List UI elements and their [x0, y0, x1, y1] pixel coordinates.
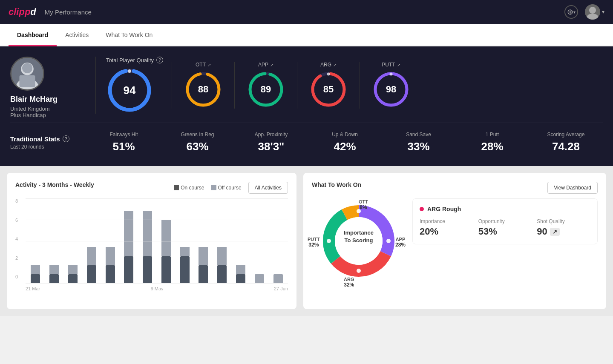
bar-off-11 [236, 265, 245, 274]
putt-circle: 98 [372, 70, 410, 109]
all-activities-button[interactable]: All Activities [248, 182, 288, 194]
bar-group-9 [195, 247, 212, 283]
app-label: APP28% [395, 237, 406, 248]
bar-group-4 [102, 247, 118, 283]
importance-metric: Importance 20% [420, 218, 473, 237]
ott-value: 88 [198, 84, 208, 95]
bar-off-13 [273, 274, 283, 283]
tpq-value: 94 [124, 84, 136, 97]
bar-on-0 [31, 274, 40, 283]
chart-wrapper: 0 2 4 6 8 21 Mar [15, 198, 288, 291]
svg-point-28 [327, 239, 331, 243]
tab-dashboard[interactable]: Dashboard [9, 24, 57, 46]
metric-app: APP ↗ 89 [234, 62, 297, 109]
svg-point-9 [128, 69, 131, 73]
stat-fairways: Fairways Hit 51% [87, 132, 161, 153]
x-label-mar: 21 Mar [26, 286, 40, 291]
ott-arrow-icon: ↗ [207, 63, 211, 67]
donut-center-text: ImportanceTo Scoring [337, 229, 380, 244]
tab-what-to-work-on[interactable]: What To Work On [97, 24, 161, 46]
x-label-jun: 27 Jun [274, 286, 288, 291]
bar-on-7 [161, 256, 171, 283]
stat-sandsave: Sand Save 33% [382, 132, 455, 153]
bar-group-7 [158, 220, 174, 283]
player-name: Blair McHarg [10, 95, 85, 104]
tpq-info-icon[interactable]: ? [156, 57, 163, 63]
y-label-2: 2 [15, 255, 18, 261]
metric-putt: PUTT ↗ 98 [360, 62, 422, 109]
importance-label: Importance [420, 218, 473, 224]
app-header: clippd My Performance ⊕ ▾ ▾ [0, 0, 613, 24]
view-dashboard-button[interactable]: View Dashboard [547, 182, 598, 194]
bar-off-9 [199, 247, 208, 265]
stat-1putt: 1 Putt 28% [455, 132, 529, 153]
arg-circle: 85 [309, 70, 348, 109]
player-handicap: Plus Handicap [10, 112, 85, 118]
stat-updown: Up & Down 42% [308, 132, 382, 153]
bar-off-6 [143, 211, 152, 256]
bar-off-1 [49, 265, 59, 274]
user-menu-caret[interactable]: ▾ [602, 9, 604, 15]
shot-quality-value: 90 [537, 226, 547, 237]
bar-off-8 [180, 247, 190, 256]
header-right: ⊕ ▾ ▾ [564, 4, 604, 20]
ott-label: OTT8% [359, 199, 368, 210]
bar-off-10 [217, 247, 227, 265]
metrics-row: Total Player Quality ? 94 OTT ↗ [95, 57, 603, 114]
bar-group-3 [83, 247, 100, 283]
user-avatar[interactable] [585, 4, 600, 20]
legend-off-icon [211, 185, 216, 190]
tab-nav: Dashboard Activities What To Work On [0, 24, 613, 46]
bar-off-0 [31, 265, 40, 274]
bar-group-1 [46, 265, 63, 283]
chart-legend: On course Off course [174, 185, 242, 191]
metric-ott-label: OTT ↗ [196, 62, 211, 68]
add-button[interactable]: ⊕ ▾ [564, 5, 578, 19]
svg-point-26 [386, 239, 391, 243]
y-label-6: 6 [15, 218, 18, 223]
importance-value: 20% [420, 226, 473, 237]
opportunity-metric: Opportunity 53% [478, 218, 532, 237]
svg-point-19 [390, 73, 393, 76]
stat-greens: Greens In Reg 63% [161, 132, 234, 153]
arg-arrow-icon: ↗ [333, 63, 337, 67]
bar-on-11 [236, 274, 245, 283]
app-logo: clippd [9, 6, 36, 17]
tpq-section: Total Player Quality ? 94 [106, 57, 172, 114]
bar-group-0 [27, 265, 44, 283]
y-label-0: 0 [15, 274, 18, 279]
shot-quality-badge: ↗ [550, 228, 560, 236]
bar-on-10 [217, 265, 227, 283]
header-title: My Performance [45, 9, 92, 16]
bar-on-5 [124, 256, 133, 283]
stats-info-icon[interactable]: ? [63, 135, 69, 142]
bar-off-3 [87, 247, 96, 265]
legend-on-course: On course [174, 185, 204, 191]
bar-group-13 [270, 274, 286, 283]
player-row: Blair McHarg United Kingdom Plus Handica… [10, 57, 603, 118]
bottom-section: Activity - 3 Months - Weekly On course O… [0, 166, 613, 316]
putt-value: 98 [386, 84, 396, 95]
svg-point-1 [587, 14, 598, 20]
player-avatar [10, 57, 44, 91]
legend-off-course: Off course [211, 185, 242, 191]
shot-quality-metric: Shot Quality 90 ↗ [537, 218, 590, 237]
bar-group-10 [214, 247, 230, 283]
info-dot-icon [420, 207, 424, 211]
bar-group-6 [139, 211, 156, 283]
svg-point-27 [357, 269, 361, 273]
bar-on-9 [199, 265, 208, 283]
metric-ott: OTT ↗ 88 [172, 62, 234, 109]
x-labels: 21 Mar 9 May 27 Jun [26, 284, 288, 291]
metric-arg-label: ARG ↗ [320, 62, 337, 68]
svg-rect-6 [20, 75, 35, 87]
bar-off-2 [68, 265, 78, 274]
bar-on-3 [87, 265, 96, 283]
tpq-circle: 94 [106, 67, 153, 114]
stats-sub-label: Last 20 rounds [10, 144, 87, 150]
bar-off-5 [124, 211, 133, 256]
tab-activities[interactable]: Activities [57, 24, 97, 46]
bar-on-6 [143, 256, 152, 283]
bars-container [26, 198, 288, 283]
opportunity-value: 53% [478, 226, 532, 237]
